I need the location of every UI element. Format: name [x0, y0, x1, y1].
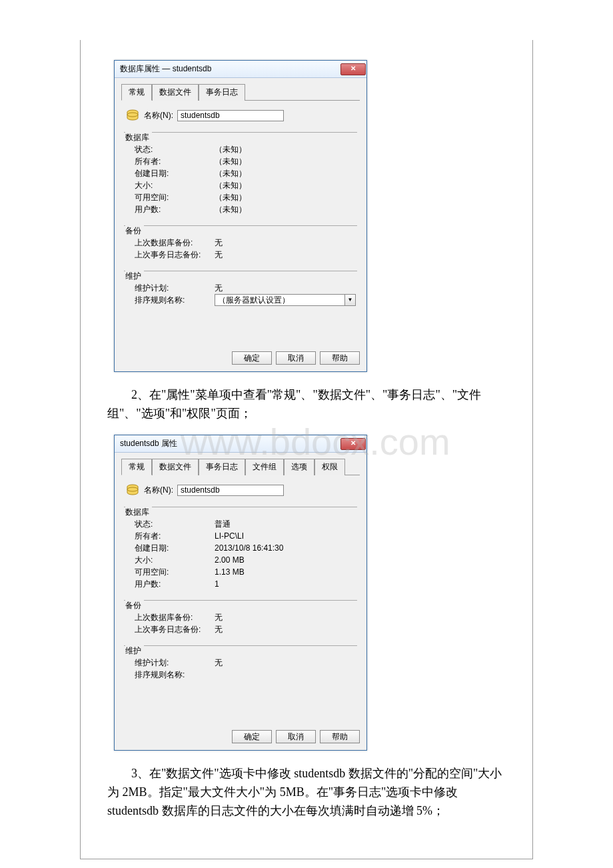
row-lastdbbackup: 上次数据库备份:无	[125, 237, 356, 249]
db-properties-dialog-new: 数据库属性 — studentsdb ✕ 常规 数据文件 事务日志 名称(N):…	[114, 60, 367, 372]
tab-general[interactable]: 常规	[121, 459, 152, 475]
tab-options[interactable]: 选项	[284, 459, 314, 475]
window-title: studentsdb 属性	[120, 438, 177, 449]
name-row: 名称(N): studentsdb	[123, 109, 358, 122]
group-title: 数据库	[125, 132, 152, 143]
close-button[interactable]: ✕	[340, 63, 366, 75]
group-maintenance: 维护 维护计划:无 排序规则名称: （服务器默认设置） ▼	[124, 266, 357, 307]
group-backup: 备份 上次数据库备份:无 上次事务日志备份:无	[124, 221, 357, 262]
button-row: 确定 取消 帮助	[121, 351, 360, 365]
tab-strip: 常规 数据文件 事务日志	[121, 83, 360, 101]
button-row: 确定 取消 帮助	[121, 730, 360, 743]
row-maintplan: 维护计划:无	[125, 282, 356, 294]
row-lastlogbackup: 上次事务日志备份:无	[125, 249, 356, 261]
row-free: 可用空间:（未知）	[125, 191, 356, 203]
database-icon	[125, 483, 140, 497]
group-database: 数据库 状态:（未知） 所有者:（未知） 创建日期:（未知） 大小:（未知） 可…	[124, 127, 357, 217]
row-owner: 所有者:（未知）	[125, 155, 356, 167]
help-button[interactable]: 帮助	[320, 351, 360, 365]
row-collation: 排序规则名称: （服务器默认设置） ▼	[125, 294, 356, 306]
group-title: 数据库	[125, 507, 152, 518]
tab-panel-general: 名称(N): studentsdb 数据库 状态:普通 所有者:LI-PC\LI…	[121, 481, 360, 723]
instruction-text-3: 3、在"数据文件"选项卡中修改 studentsdb 数据文件的"分配的空间"大…	[107, 764, 506, 820]
row-users: 用户数:（未知）	[125, 203, 356, 215]
row-users: 用户数:1	[125, 578, 356, 590]
name-label: 名称(N):	[144, 110, 173, 121]
row-owner: 所有者:LI-PC\LI	[125, 530, 356, 542]
client-area: 常规 数据文件 事务日志 名称(N): studentsdb 数据库 状态:（	[115, 78, 366, 371]
tab-txlog[interactable]: 事务日志	[199, 459, 245, 475]
window-title: 数据库属性 — studentsdb	[120, 63, 211, 75]
row-status: 状态:（未知）	[125, 143, 356, 155]
group-title: 备份	[125, 600, 144, 611]
tab-strip: 常规 数据文件 事务日志 文件组 选项 权限	[121, 458, 360, 475]
chevron-down-icon[interactable]: ▼	[345, 294, 356, 306]
tab-txlog[interactable]: 事务日志	[199, 84, 245, 101]
document-frame: www.bdocx.com 数据库属性 — studentsdb ✕ 常规 数据…	[80, 40, 533, 859]
name-label: 名称(N):	[144, 485, 173, 496]
group-maintenance: 维护 维护计划:无 排序规则名称:	[124, 641, 357, 682]
tab-datafile[interactable]: 数据文件	[152, 84, 199, 101]
cancel-button[interactable]: 取消	[276, 730, 316, 743]
row-collation: 排序规则名称:	[125, 669, 356, 681]
db-properties-dialog-existing: studentsdb 属性 ✕ 常规 数据文件 事务日志 文件组 选项 权限	[114, 435, 367, 751]
row-lastlogbackup: 上次事务日志备份:无	[125, 623, 356, 635]
group-title: 备份	[125, 225, 144, 237]
name-row: 名称(N): studentsdb	[123, 483, 358, 497]
ok-button[interactable]: 确定	[232, 730, 272, 743]
group-database: 数据库 状态:普通 所有者:LI-PC\LI 创建日期:2013/10/8 16…	[124, 502, 357, 591]
row-size: 大小:2.00 MB	[125, 554, 356, 566]
name-input[interactable]: studentsdb	[177, 485, 284, 496]
tab-permissions[interactable]: 权限	[314, 459, 345, 475]
name-input[interactable]: studentsdb	[177, 110, 284, 121]
titlebar[interactable]: studentsdb 属性 ✕	[115, 435, 366, 453]
row-created: 创建日期:（未知）	[125, 167, 356, 179]
row-lastdbbackup: 上次数据库备份:无	[125, 611, 356, 623]
tab-datafile[interactable]: 数据文件	[152, 459, 199, 475]
row-free: 可用空间:1.13 MB	[125, 566, 356, 578]
row-maintplan: 维护计划:无	[125, 657, 356, 669]
close-button[interactable]: ✕	[340, 438, 366, 450]
tab-filegroup[interactable]: 文件组	[245, 459, 284, 475]
database-icon	[125, 109, 140, 122]
group-title: 维护	[125, 645, 144, 657]
row-size: 大小:（未知）	[125, 179, 356, 191]
tab-panel-general: 名称(N): studentsdb 数据库 状态:（未知） 所有者:（未知） 创…	[121, 106, 360, 345]
row-created: 创建日期:2013/10/8 16:41:30	[125, 542, 356, 554]
titlebar[interactable]: 数据库属性 — studentsdb ✕	[115, 61, 366, 78]
collation-combo[interactable]: （服务器默认设置）	[215, 294, 345, 306]
group-title: 维护	[125, 271, 144, 282]
tab-general[interactable]: 常规	[121, 84, 152, 101]
cancel-button[interactable]: 取消	[276, 351, 316, 365]
row-status: 状态:普通	[125, 518, 356, 530]
client-area: 常规 数据文件 事务日志 文件组 选项 权限 名称(N): studentsdb	[115, 453, 366, 750]
ok-button[interactable]: 确定	[232, 351, 272, 365]
instruction-text-2: 2、在"属性"菜单项中查看"常规"、"数据文件"、"事务日志"、"文件组"、"选…	[107, 385, 506, 423]
group-backup: 备份 上次数据库备份:无 上次事务日志备份:无	[124, 595, 357, 637]
help-button[interactable]: 帮助	[320, 730, 360, 743]
